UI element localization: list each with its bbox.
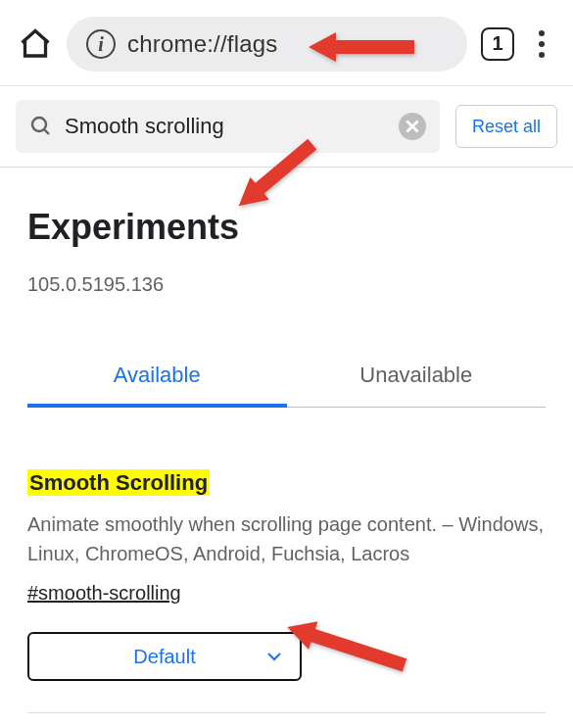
search-icon bbox=[29, 115, 53, 138]
flag-hash-link[interactable]: #smooth-scrolling bbox=[27, 582, 181, 605]
version-text: 105.0.5195.136 bbox=[27, 273, 546, 296]
page-title: Experiments bbox=[27, 207, 546, 248]
address-bar[interactable]: i chrome://flags bbox=[67, 17, 467, 72]
flag-item: Smooth Scrolling Animate smoothly when s… bbox=[27, 470, 546, 713]
more-menu-icon[interactable] bbox=[528, 30, 555, 58]
svg-line-1 bbox=[44, 129, 49, 134]
clear-search-icon[interactable] bbox=[399, 113, 426, 140]
flag-state-select[interactable]: Default bbox=[27, 632, 302, 681]
url-text: chrome://flags bbox=[127, 30, 278, 58]
search-box[interactable] bbox=[16, 100, 440, 153]
home-icon[interactable] bbox=[18, 26, 53, 62]
flag-title: Smooth Scrolling bbox=[27, 469, 210, 496]
tab-unavailable[interactable]: Unavailable bbox=[287, 347, 547, 407]
svg-point-0 bbox=[32, 118, 46, 131]
tab-available[interactable]: Available bbox=[27, 347, 287, 408]
reset-all-button[interactable]: Reset all bbox=[455, 105, 557, 148]
tab-count-value: 1 bbox=[492, 32, 502, 55]
search-row: Reset all bbox=[0, 86, 573, 168]
tabs: Available Unavailable bbox=[27, 347, 546, 408]
flag-description: Animate smoothly when scrolling page con… bbox=[27, 510, 546, 568]
tab-switcher[interactable]: 1 bbox=[481, 27, 514, 61]
search-input[interactable] bbox=[65, 114, 387, 139]
browser-topbar: i chrome://flags 1 bbox=[0, 0, 573, 86]
select-value: Default bbox=[133, 646, 195, 668]
info-icon: i bbox=[86, 29, 116, 59]
page-content: Experiments 105.0.5195.136 Available Una… bbox=[0, 168, 573, 713]
